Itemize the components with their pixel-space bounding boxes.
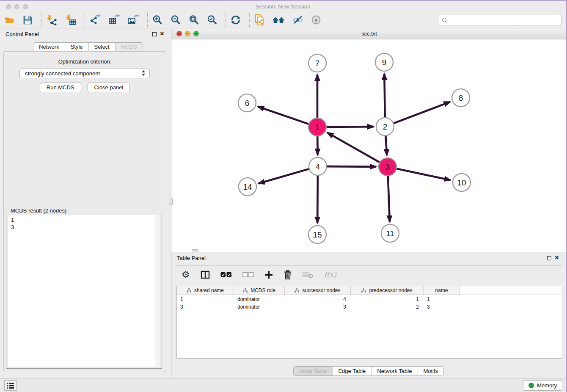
hide-selected-icon[interactable] bbox=[292, 15, 304, 25]
add-column-icon[interactable] bbox=[264, 271, 273, 279]
zoom-selected-icon[interactable] bbox=[206, 14, 217, 25]
float-table-panel-icon[interactable] bbox=[547, 256, 551, 260]
graph-edge-1-2[interactable] bbox=[327, 127, 374, 127]
tab-mcds[interactable]: MCDS bbox=[115, 43, 143, 51]
table-row[interactable]: 1dominator411 bbox=[177, 296, 562, 303]
toolbar-separator bbox=[41, 13, 41, 27]
task-history-button[interactable] bbox=[4, 380, 17, 391]
graph-edge-2-3[interactable] bbox=[385, 136, 387, 155]
search-field[interactable] bbox=[438, 15, 561, 25]
graph-edge-4-14[interactable] bbox=[259, 169, 309, 183]
delete-columns-trash-icon[interactable] bbox=[284, 270, 292, 279]
table-cell: dominator bbox=[234, 304, 285, 310]
first-neighbors-icon[interactable] bbox=[272, 15, 285, 25]
control-panel: Control Panel Network Style Select MCDS … bbox=[0, 28, 171, 378]
zoom-out-icon[interactable] bbox=[170, 14, 181, 25]
application-window: Session: New Session bbox=[0, 0, 567, 392]
graph-edge-2-8[interactable] bbox=[394, 102, 450, 124]
tab-network[interactable]: Network bbox=[33, 43, 65, 51]
table-panel-header: Table Panel bbox=[171, 252, 566, 264]
column-header-mcds-role[interactable]: MCDS role bbox=[234, 286, 285, 295]
graph-edge-2-9[interactable] bbox=[384, 74, 385, 117]
graph-edge-4-3[interactable] bbox=[327, 166, 376, 167]
memory-status-icon bbox=[528, 383, 534, 388]
memory-button[interactable]: Memory bbox=[523, 380, 562, 391]
graph-edge-3-1[interactable] bbox=[327, 133, 379, 162]
clone-network-icon[interactable] bbox=[254, 14, 265, 26]
toolbar-separator bbox=[226, 13, 226, 27]
session-title: Session: New Session bbox=[0, 1, 566, 12]
open-folder-icon[interactable] bbox=[4, 14, 15, 25]
table-settings-gear-icon[interactable]: ⚙ bbox=[182, 270, 190, 279]
delete-table-icon bbox=[303, 271, 314, 279]
table-panel-title: Table Panel bbox=[177, 255, 206, 261]
export-table-icon[interactable] bbox=[108, 14, 120, 25]
save-icon[interactable] bbox=[22, 15, 33, 25]
refresh-icon[interactable] bbox=[230, 14, 241, 25]
table-panel-tabs: Node Table Edge Table Network Table Moti… bbox=[293, 366, 444, 376]
column-header-successor-nodes[interactable]: successor nodes bbox=[285, 286, 351, 295]
zoom-fit-icon[interactable] bbox=[188, 14, 199, 25]
table-cell: 3 bbox=[177, 304, 234, 310]
table-cell: 1 bbox=[351, 296, 424, 303]
mcds-result-lines: 1 3 bbox=[8, 215, 160, 232]
zoom-in-icon[interactable] bbox=[152, 14, 163, 25]
main-titlebar: Session: New Session bbox=[0, 1, 566, 12]
tab-edge-table[interactable]: Edge Table bbox=[332, 367, 371, 375]
export-network-icon[interactable] bbox=[89, 14, 101, 25]
close-table-panel-icon[interactable] bbox=[554, 254, 560, 262]
tab-node-table[interactable]: Node Table bbox=[294, 367, 333, 375]
tab-style[interactable]: Style bbox=[65, 43, 88, 51]
network-window-titlebar: scc.txt bbox=[171, 28, 567, 39]
panel-splitter-grip[interactable] bbox=[169, 198, 173, 205]
column-header-shared-name[interactable]: shared name bbox=[177, 286, 234, 295]
network-graph[interactable]: 7968124314101511 bbox=[171, 39, 567, 252]
float-panel-icon[interactable] bbox=[152, 32, 157, 36]
select-all-columns-icon[interactable] bbox=[220, 272, 232, 278]
graph-edge-4-15[interactable] bbox=[317, 176, 318, 223]
mcds-result-title: MCDS result (2 nodes) bbox=[9, 207, 68, 214]
network-canvas[interactable]: 7968124314101511 bbox=[171, 39, 567, 252]
mcds-result-textarea[interactable]: 1 3 bbox=[8, 215, 160, 367]
search-input[interactable] bbox=[450, 17, 558, 24]
main-toolbar bbox=[0, 12, 566, 28]
close-panel-button[interactable]: Close panel bbox=[88, 83, 130, 92]
graph-edge-3-10[interactable] bbox=[397, 169, 451, 180]
unselect-all-columns-icon[interactable] bbox=[242, 272, 254, 278]
graph-node-label: 15 bbox=[313, 230, 322, 239]
column-header-name[interactable]: name bbox=[424, 286, 460, 295]
graph-node-label: 4 bbox=[316, 162, 320, 171]
close-panel-icon[interactable] bbox=[159, 30, 165, 38]
tab-network-table[interactable]: Network Table bbox=[371, 367, 417, 375]
table-row[interactable]: 3dominator323 bbox=[177, 304, 562, 310]
select-stepper-icon bbox=[142, 70, 146, 76]
result-scrollbar[interactable] bbox=[155, 215, 160, 367]
control-panel-title: Control Panel bbox=[6, 31, 39, 37]
import-network-icon[interactable] bbox=[46, 14, 58, 25]
memory-label: Memory bbox=[537, 382, 557, 389]
graph-node-label: 14 bbox=[243, 182, 252, 191]
tab-select[interactable]: Select bbox=[88, 43, 115, 51]
column-type-icon bbox=[243, 288, 248, 293]
tab-motifs[interactable]: Motifs bbox=[417, 367, 443, 375]
table-cell: 1 bbox=[424, 296, 460, 303]
graph-edge-3-11[interactable] bbox=[388, 176, 390, 222]
graphics-details-eye-icon[interactable] bbox=[311, 15, 321, 25]
mcds-tab-content: Optimization criterion: strongly connect… bbox=[3, 51, 166, 372]
run-mcds-button[interactable]: Run MCDS bbox=[40, 83, 81, 92]
network-window-title: scc.txt bbox=[171, 28, 567, 39]
mcds-result-group: MCDS result (2 nodes) 1 3 bbox=[6, 211, 162, 369]
optimization-criterion-select[interactable]: strongly connected component bbox=[19, 69, 150, 78]
graph-edge-1-6[interactable] bbox=[258, 107, 309, 124]
table-cell: 2 bbox=[351, 304, 424, 310]
import-table-icon[interactable] bbox=[65, 14, 77, 25]
column-panel-icon[interactable] bbox=[201, 271, 210, 279]
graph-node-label: 6 bbox=[245, 99, 250, 108]
graph-node-label: 9 bbox=[382, 58, 387, 67]
graph-node-label: 7 bbox=[315, 59, 320, 68]
table-cell: 3 bbox=[424, 304, 460, 310]
export-image-icon[interactable] bbox=[127, 14, 139, 25]
column-header-predecessor-nodes[interactable]: predecessor nodes bbox=[351, 286, 424, 295]
graph-node-label: 2 bbox=[383, 122, 388, 131]
toolbar-separator bbox=[85, 13, 85, 27]
